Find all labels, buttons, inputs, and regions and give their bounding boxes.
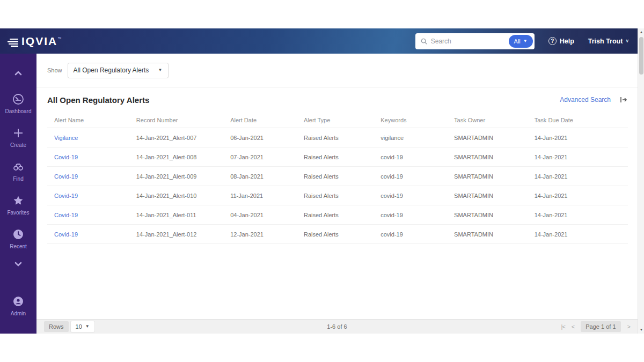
chevron-down-icon: ▼ bbox=[158, 68, 163, 72]
table-row: Covid-1914-Jan-2021_Alert-00908-Jan-2021… bbox=[47, 167, 628, 186]
table-cell: SMARTADMIN bbox=[454, 231, 535, 238]
show-label: Show bbox=[47, 67, 62, 73]
column-header: Task Owner bbox=[454, 117, 535, 123]
sidebar-item-find[interactable]: Find bbox=[11, 160, 25, 182]
sidebar-item-dashboard[interactable]: Dashboard bbox=[5, 92, 32, 114]
table-cell: 11-Jan-2021 bbox=[230, 193, 304, 199]
scroll-down-icon[interactable]: ▼ bbox=[638, 326, 644, 334]
main-content: Show All Open Regulatory Alerts ▼ All Op… bbox=[36, 54, 638, 334]
table-cell: Raised Alerts bbox=[304, 212, 380, 218]
chevron-up-icon bbox=[11, 67, 25, 80]
search-icon bbox=[420, 38, 428, 45]
binoculars-icon bbox=[11, 160, 25, 174]
table-cell: vigilance bbox=[380, 135, 454, 141]
column-header: Alert Name bbox=[54, 117, 136, 123]
table-row: Vigilance14-Jan-2021_Alert-00706-Jan-202… bbox=[47, 128, 628, 147]
scrollbar-thumb[interactable] bbox=[639, 37, 643, 75]
table-cell: 14-Jan-2021 bbox=[535, 212, 628, 218]
table-row: Covid-1914-Jan-2021_Alert-01011-Jan-2021… bbox=[47, 186, 628, 205]
table-cell: 14-Jan-2021_Alert-007 bbox=[136, 135, 230, 141]
iqvia-logo: IQVIA ™ bbox=[8, 35, 61, 48]
table-cell: covid-19 bbox=[380, 212, 454, 218]
table-cell: 14-Jan-2021_Alert-010 bbox=[136, 193, 230, 199]
alert-name-link[interactable]: Covid-19 bbox=[54, 173, 136, 180]
sidebar-item-favorites[interactable]: Favorites bbox=[7, 194, 29, 216]
table-cell: 14-Jan-2021 bbox=[535, 135, 628, 141]
page-title: All Open Regulatory Alerts bbox=[47, 95, 149, 105]
sidebar-item-recent[interactable]: Recent bbox=[10, 227, 27, 249]
alerts-panel: All Open Regulatory Alerts Advanced Sear… bbox=[36, 87, 638, 319]
alert-name-link[interactable]: Covid-19 bbox=[54, 154, 136, 160]
view-selector-value: All Open Regulatory Alerts bbox=[74, 67, 158, 74]
table-cell: 04-Jan-2021 bbox=[230, 212, 304, 218]
chevron-down-icon: ∨ bbox=[625, 39, 629, 43]
table-row: Covid-1914-Jan-2021_Alert-01104-Jan-2021… bbox=[47, 205, 628, 225]
table-cell: SMARTADMIN bbox=[454, 212, 535, 218]
sidebar-item-admin[interactable]: Admin bbox=[11, 294, 26, 316]
column-header: Alert Date bbox=[230, 117, 304, 123]
table-cell: Raised Alerts bbox=[304, 193, 380, 199]
pagination-bar: Rows 10 ▼ 1-6 of 6 |< < Page 1 of 1 > bbox=[36, 319, 638, 334]
plus-icon bbox=[11, 126, 25, 140]
table-cell: 14-Jan-2021_Alert-009 bbox=[136, 173, 230, 180]
table-row: Covid-1914-Jan-2021_Alert-01212-Jan-2021… bbox=[47, 225, 628, 244]
sidebar-item-label: Recent bbox=[10, 243, 27, 249]
table-cell: SMARTADMIN bbox=[454, 154, 535, 160]
table-cell: 08-Jan-2021 bbox=[230, 173, 304, 180]
star-icon bbox=[11, 194, 25, 208]
search-scope-button[interactable]: All ▼ bbox=[509, 35, 533, 48]
global-search: All ▼ bbox=[415, 33, 535, 49]
sidebar-item-label: Find bbox=[13, 176, 23, 182]
alert-name-link[interactable]: Vigilance bbox=[54, 135, 136, 141]
table-cell: Raised Alerts bbox=[304, 231, 380, 238]
advanced-search-link[interactable]: Advanced Search bbox=[560, 96, 611, 104]
sidebar-item-collapse[interactable] bbox=[11, 67, 25, 80]
rows-label: Rows bbox=[44, 321, 69, 332]
table-cell: 14-Jan-2021 bbox=[535, 154, 628, 160]
table-cell: covid-19 bbox=[380, 193, 454, 199]
user-icon bbox=[11, 294, 25, 308]
table-cell: covid-19 bbox=[380, 173, 454, 180]
dashboard-icon bbox=[11, 92, 25, 106]
iqvia-logo-text: IQVIA bbox=[21, 35, 57, 48]
top-navigation-bar: IQVIA ™ All ▼ ? Help Trish Trout ∨ bbox=[0, 28, 638, 54]
table-cell: 14-Jan-2021_Alert-012 bbox=[136, 231, 230, 238]
user-menu[interactable]: Trish Trout ∨ bbox=[588, 38, 629, 45]
table-cell: covid-19 bbox=[380, 231, 454, 238]
trademark-mark: ™ bbox=[57, 36, 61, 40]
scroll-up-icon[interactable]: ▲ bbox=[638, 28, 644, 36]
table-cell: Raised Alerts bbox=[304, 154, 380, 160]
table-cell: 14-Jan-2021 bbox=[535, 231, 628, 238]
alert-name-link[interactable]: Covid-19 bbox=[54, 231, 136, 238]
table-cell: 14-Jan-2021 bbox=[535, 193, 628, 199]
table-cell: 14-Jan-2021 bbox=[535, 173, 628, 180]
view-selector[interactable]: All Open Regulatory Alerts ▼ bbox=[68, 63, 169, 78]
table-row: Covid-1914-Jan-2021_Alert-00807-Jan-2021… bbox=[47, 147, 628, 167]
alert-name-link[interactable]: Covid-19 bbox=[54, 212, 136, 218]
sidebar-item-create[interactable]: Create bbox=[10, 126, 26, 148]
table-cell: SMARTADMIN bbox=[454, 173, 535, 180]
prev-page-icon[interactable]: < bbox=[572, 323, 574, 330]
table-cell: 14-Jan-2021_Alert-008 bbox=[136, 154, 230, 160]
chevron-down-icon: ▼ bbox=[85, 324, 90, 329]
vertical-scrollbar[interactable]: ▲ ▼ bbox=[638, 28, 644, 334]
app-window: IQVIA ™ All ▼ ? Help Trish Trout ∨ bbox=[0, 28, 644, 334]
sidebar-item-more[interactable] bbox=[11, 257, 25, 271]
table-cell: 06-Jan-2021 bbox=[230, 135, 304, 141]
page-indicator: Page 1 of 1 bbox=[581, 321, 620, 332]
table-cell: SMARTADMIN bbox=[454, 135, 535, 141]
clock-icon bbox=[11, 227, 25, 241]
next-page-icon[interactable]: > bbox=[627, 323, 630, 330]
sidebar-item-label: Admin bbox=[11, 311, 26, 316]
table-cell: 07-Jan-2021 bbox=[230, 154, 304, 160]
sidebar-item-label: Favorites bbox=[7, 210, 29, 216]
table-cell: Raised Alerts bbox=[304, 173, 380, 180]
alert-name-link[interactable]: Covid-19 bbox=[54, 193, 136, 199]
column-header: Record Number bbox=[136, 117, 230, 123]
search-input[interactable] bbox=[431, 38, 509, 45]
collapse-panel-icon[interactable] bbox=[619, 95, 628, 104]
rows-per-page-select[interactable]: 10 ▼ bbox=[71, 321, 94, 332]
help-button[interactable]: ? Help bbox=[548, 37, 574, 45]
table-cell: 14-Jan-2021_Alert-011 bbox=[136, 212, 230, 218]
first-page-icon[interactable]: |< bbox=[561, 323, 565, 330]
